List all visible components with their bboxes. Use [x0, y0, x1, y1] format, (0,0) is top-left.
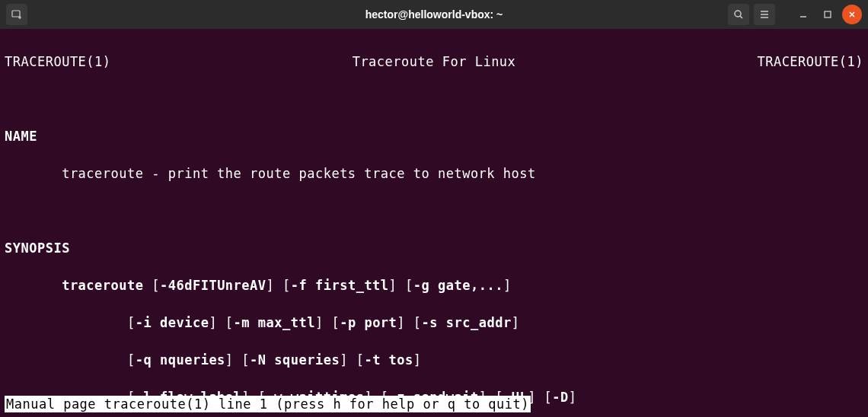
search-button[interactable] — [728, 4, 749, 25]
name-text: traceroute - print the route packets tra… — [5, 164, 863, 183]
terminal-content[interactable]: TRACEROUTE(1)Traceroute For LinuxTRACERO… — [0, 29, 868, 417]
window-title: hector@helloworld-vbox: ~ — [365, 8, 503, 21]
header-center: Traceroute For Linux — [353, 53, 516, 72]
synopsis-line: [-i device] [-m max_ttl] [-p port] [-s s… — [5, 314, 863, 333]
maximize-button[interactable] — [818, 5, 838, 24]
section-name-heading: NAME — [5, 127, 863, 146]
titlebar: hector@helloworld-vbox: ~ — [0, 0, 868, 29]
blank-line — [5, 90, 863, 109]
titlebar-right — [728, 4, 862, 25]
new-tab-button[interactable] — [6, 4, 27, 25]
minimize-icon — [799, 10, 808, 19]
svg-point-3 — [735, 11, 741, 17]
menu-button[interactable] — [754, 4, 775, 25]
section-synopsis-heading: SYNOPSIS — [5, 239, 863, 258]
hamburger-icon — [758, 8, 771, 21]
blank-line — [5, 202, 863, 221]
svg-line-4 — [740, 16, 742, 18]
synopsis-line: traceroute [-46dFITUnreAV] [-f first_ttl… — [5, 276, 863, 295]
synopsis-line: [-q nqueries] [-N squeries] [-t tos] — [5, 351, 863, 370]
pager-status-line: Manual page traceroute(1) line 1 (press … — [5, 396, 531, 412]
close-button[interactable] — [842, 5, 862, 24]
maximize-icon — [823, 10, 832, 19]
minimize-button[interactable] — [793, 5, 813, 24]
header-left: TRACEROUTE(1) — [5, 53, 111, 72]
search-icon — [732, 8, 745, 21]
titlebar-left — [6, 4, 27, 25]
manpage-header: TRACEROUTE(1)Traceroute For LinuxTRACERO… — [5, 53, 863, 72]
svg-rect-9 — [825, 11, 831, 18]
svg-rect-0 — [12, 11, 20, 17]
close-icon — [847, 10, 857, 19]
new-tab-icon — [11, 8, 23, 21]
header-right: TRACEROUTE(1) — [757, 53, 863, 72]
